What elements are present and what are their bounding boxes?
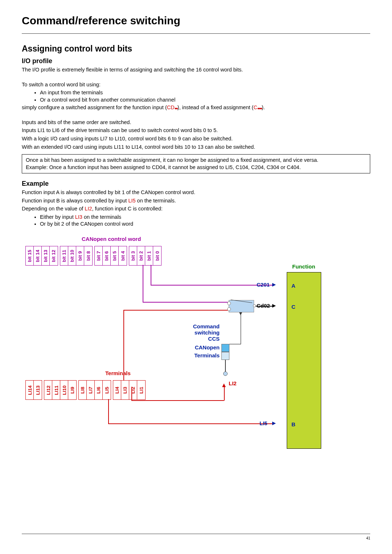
bullet-list: Either by input LI3 on the terminals Or … — [40, 214, 370, 228]
paragraph: Inputs and bits of the same order are sw… — [22, 119, 370, 126]
function-b: B — [291, 421, 295, 427]
ccs-terminals-box — [221, 352, 229, 360]
paragraph: To switch a control word bit using: — [22, 81, 370, 89]
bullet-item: Or a control word bit from another commu… — [40, 97, 370, 104]
page-number: 41 — [366, 536, 370, 540]
bullet-item: Either by input LI3 on the terminals — [40, 214, 370, 221]
paragraph: With an extended I/O card using inputs L… — [22, 144, 370, 151]
paragraph: Inputs LI1 to LI6 of the drive terminals… — [22, 127, 370, 134]
rule-top — [22, 33, 370, 34]
li2-selector-label: LI2 — [229, 380, 237, 386]
paragraph: Depending on the value of LI2, function … — [22, 205, 370, 213]
output-label-cd02: Cd02 — [257, 303, 270, 309]
note-box: Once a bit has been assigned to a switch… — [22, 154, 370, 173]
arrow-icon — [272, 283, 276, 287]
subheading-io-profile: I/O profile — [22, 57, 370, 65]
function-a: A — [291, 283, 295, 289]
terminals-ccs-label: Terminals — [191, 352, 220, 358]
diagram: CANopen control word bit 15 bit 14 bit 1… — [25, 235, 323, 438]
terminal-li-cells: LI14 LI13 LI12 LI11 LI10 LI9 LI8 LI7 LI6… — [25, 380, 147, 400]
output-label-c201: C201 — [257, 282, 270, 288]
canopen-bit-cells: bit 15 bit 14 bit 13 bit 12 bit 11 bit 1… — [25, 246, 163, 266]
paragraph: With a logic I/O card using inputs LI7 t… — [22, 135, 370, 143]
ccs-canopen-box — [221, 344, 229, 352]
function-block: A C B — [287, 272, 321, 449]
canopen-label: CANopen — [191, 344, 220, 350]
bullet-item: An input from the terminals — [40, 89, 370, 97]
paragraph: The I/O profile is extremely flexible in… — [22, 66, 370, 74]
ccs-label: Command — [191, 323, 220, 329]
section-heading: Assigning control word bits — [22, 44, 370, 54]
arrow-icon — [272, 422, 276, 425]
arrow-icon — [272, 304, 276, 308]
paragraph: Function input B is always controlled by… — [22, 197, 370, 205]
bullet-list: An input from the terminals Or a control… — [40, 89, 370, 103]
page-title: Command/reference switching — [22, 15, 370, 27]
output-label-li5: LI5 — [260, 420, 268, 426]
canopen-control-word-label: CANopen control word — [82, 236, 141, 242]
paragraph: Function input A is always controlled by… — [22, 189, 370, 196]
subheading-example: Example — [22, 180, 370, 188]
bullet-item: Or by bit 2 of the CANopen control word — [40, 221, 370, 228]
arrow-icon — [222, 383, 226, 387]
function-c: C — [291, 304, 295, 310]
paragraph: simply configure a switched assignment f… — [22, 104, 370, 111]
switch-selector — [229, 300, 254, 312]
terminals-title: Terminals — [105, 370, 131, 376]
rule-bottom — [22, 534, 370, 534]
